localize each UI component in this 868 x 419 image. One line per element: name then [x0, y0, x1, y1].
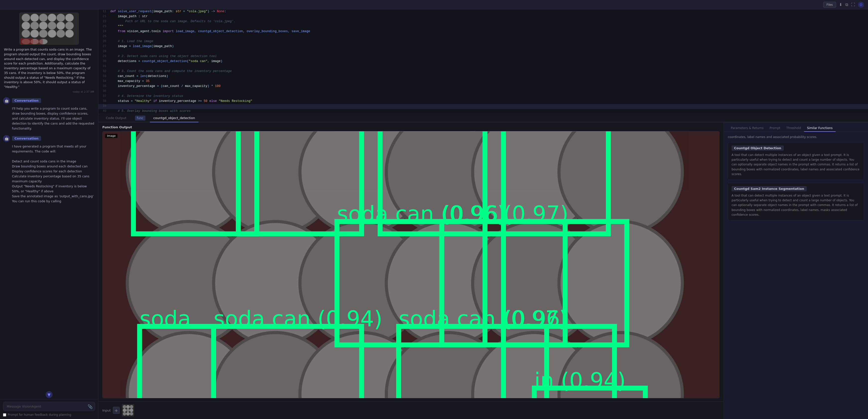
tab-threshold[interactable]: Threshold	[783, 125, 804, 132]
svg-point-83	[123, 405, 126, 409]
code-line-32: 32 # 3. Count the soda cans and compute …	[98, 69, 868, 74]
func-card-2: Countgd Sam2 Instance Segmentation A too…	[728, 183, 864, 220]
svg-point-91	[130, 412, 133, 416]
chat-panel: Write a program that counts soda cans in…	[0, 9, 98, 419]
bottom-panel: Function Output Image	[98, 122, 868, 419]
scroll-down-btn[interactable]: ▼	[45, 391, 53, 398]
tab-similar-functions[interactable]: Similar Functions	[804, 125, 836, 132]
user-message: Write a program that counts soda cans in…	[3, 12, 95, 93]
image-display: Image	[102, 131, 720, 398]
func-card-1: Countgd Object Detection A tool that can…	[728, 142, 864, 180]
code-line-29: 29 # 2. Detect soda cans using the objec…	[98, 54, 868, 59]
conv-item-3: Display confidence scores for each detec…	[12, 169, 95, 174]
conv-intro: I have generated a program that meets al…	[12, 144, 95, 154]
expand-icon[interactable]: ⛶	[851, 2, 855, 7]
code-line-21: 21 image_path : str	[98, 14, 868, 20]
code-line-37: 37 # 4. Determine the inventory status	[98, 94, 868, 99]
tab-countgd[interactable]: countgd_object_detection	[150, 114, 199, 122]
conv-item-2: Draw bounding boxes around each detected…	[12, 164, 95, 169]
cans-image	[21, 13, 78, 44]
tab-code-output[interactable]: Code Output	[102, 114, 130, 122]
svg-point-4	[48, 14, 56, 22]
code-line-34: 34 max_capacity = 35	[98, 79, 868, 84]
code-line-27: 27 image = load_image(image_path)	[98, 44, 868, 49]
svg-point-2	[30, 14, 39, 22]
code-line-24: 24 from vision_agent.tools import load_i…	[98, 29, 868, 34]
similar-content: coordinates, label names and associated …	[724, 132, 868, 419]
code-line-35: 35 inventory_percentage = (can_count / m…	[98, 84, 868, 89]
svg-text:(0.97): (0.97)	[503, 202, 568, 227]
svg-point-87	[126, 409, 130, 412]
similar-panel: Parameters & Returns Prompt Threshold Si…	[723, 122, 868, 419]
svg-point-17	[57, 30, 65, 38]
svg-rect-23	[33, 39, 43, 44]
conversation-text-2: I have generated a program that meets al…	[3, 144, 95, 204]
chat-input-area: Message VisionAgent 📎 Prompt for human f…	[0, 399, 98, 419]
add-input-button[interactable]: +	[113, 407, 120, 414]
code-line-22: 22 Path or URL to the soda can image. De…	[98, 20, 868, 24]
svg-text:in (0.94): in (0.94)	[534, 368, 626, 393]
svg-point-1	[22, 14, 30, 22]
input-thumbnail[interactable]	[122, 404, 134, 417]
user-message-text: Write a program that counts soda cans in…	[3, 47, 95, 89]
code-line-23: 23 """	[98, 24, 868, 29]
svg-point-12	[65, 22, 74, 30]
code-editor: 11 def solve_user_request(image_path: st…	[98, 9, 868, 114]
input-label: Input	[102, 409, 111, 412]
func-card-desc-1: A tool that can detect multiple instance…	[732, 153, 860, 177]
output-title: Function Output	[98, 122, 723, 131]
svg-point-85	[130, 405, 133, 409]
func-card-title-1[interactable]: Countgd Object Detection	[732, 146, 784, 151]
svg-text:(0.96): (0.96)	[503, 306, 568, 331]
func-card-title-2[interactable]: Countgd Sam2 Instance Segmentation	[732, 186, 807, 191]
tab-func[interactable]: func	[131, 114, 149, 122]
files-button[interactable]: Files	[823, 2, 836, 8]
main-layout: Write a program that counts soda cans in…	[0, 9, 868, 419]
feedback-label: Prompt for human feedback during plannin…	[8, 413, 71, 417]
conv-item-4: Calculate inventory percentage based on …	[12, 174, 95, 184]
code-line-38: 38 status = "Healthy" if inventory_perce…	[98, 99, 868, 104]
conv-item-6: Save the annotated image as 'output_with…	[12, 194, 95, 199]
tab-prompt[interactable]: Prompt	[767, 125, 783, 132]
conv-item-7: You can run this code by calling	[12, 199, 95, 204]
download-icon[interactable]: ⬇	[839, 2, 842, 7]
feedback-checkbox[interactable]	[3, 413, 6, 417]
tabs-bar: Code Output func countgd_object_detectio…	[98, 114, 868, 122]
code-line-33: 33 can_count = len(detections)	[98, 74, 868, 79]
attach-icon[interactable]: 📎	[88, 404, 93, 409]
tab-params[interactable]: Parameters & Returns	[728, 125, 767, 132]
user-image	[19, 12, 79, 45]
more-icon[interactable]: D	[858, 2, 864, 8]
svg-point-14	[30, 30, 39, 38]
scroll-indicator[interactable]: ▼	[0, 390, 98, 399]
similar-intro: coordinates, label names and associated …	[728, 135, 864, 139]
code-line-25: 25	[98, 34, 868, 39]
code-line-39: 39	[98, 104, 868, 109]
conversation-label-2: Conversation	[12, 136, 41, 141]
svg-point-8	[30, 22, 39, 30]
conversation-header-2: 🤖 Conversation	[3, 135, 95, 142]
svg-text:(0.96): (0.96)	[442, 202, 507, 227]
thumb-svg	[122, 405, 134, 416]
svg-point-11	[57, 22, 65, 30]
svg-point-88	[130, 409, 133, 412]
svg-point-86	[123, 409, 126, 412]
function-output-panel: Function Output Image	[98, 122, 723, 419]
svg-point-5	[57, 14, 65, 22]
output-content: Image	[98, 131, 723, 401]
svg-point-15	[39, 30, 48, 38]
svg-point-7	[22, 22, 30, 30]
func-badge: func	[135, 116, 146, 121]
svg-text:soda can (0.94): soda can (0.94)	[214, 306, 382, 331]
conv-item-1: Detect and count soda cans in the image	[12, 159, 95, 164]
copy-icon[interactable]: ⧉	[845, 2, 848, 7]
svg-point-90	[126, 412, 130, 416]
svg-point-13	[22, 30, 30, 38]
code-line-30: 30 detections = countgd_object_detection…	[98, 59, 868, 64]
right-panel: 11 def solve_user_request(image_path: st…	[98, 9, 868, 419]
svg-point-3	[39, 14, 48, 22]
feedback-row: Prompt for human feedback during plannin…	[3, 413, 95, 417]
agent-avatar-1: 🤖	[3, 97, 10, 104]
conv-block-1: 🤖 Conversation I'll help you write a pro…	[3, 97, 95, 131]
svg-rect-22	[21, 38, 33, 44]
